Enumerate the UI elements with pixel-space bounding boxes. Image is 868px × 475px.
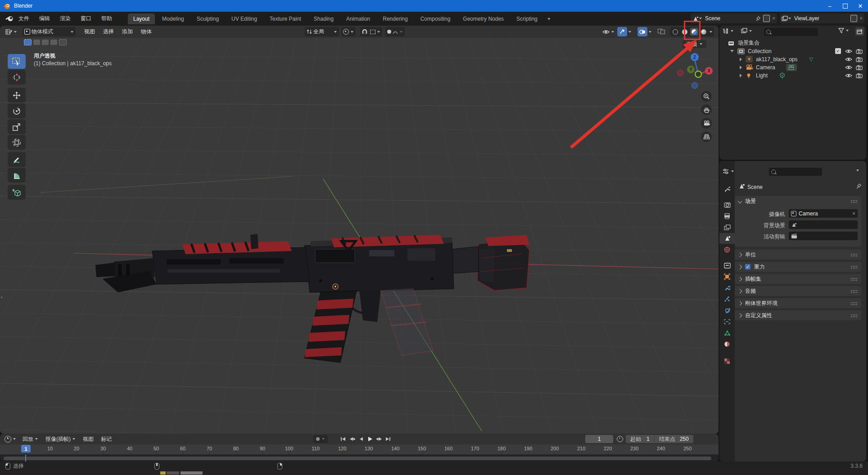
tab-scene[interactable] xyxy=(719,233,735,244)
tab-tool[interactable] xyxy=(719,184,735,194)
viewport-3d[interactable]: 物体模式 视图 选择 添加 物体 全局 xyxy=(0,26,719,434)
gizmo-axis-x[interactable]: X xyxy=(705,67,713,75)
disable-render-camera-icon[interactable] xyxy=(856,57,863,62)
expand-object-icon[interactable] xyxy=(740,58,742,61)
play-button[interactable] xyxy=(366,435,375,443)
proportional-editing-group[interactable] xyxy=(385,27,405,36)
tool-cursor[interactable] xyxy=(8,70,26,85)
gravity-checkbox[interactable]: ✓ xyxy=(745,264,750,269)
pin-icon[interactable] xyxy=(856,183,862,189)
tab-uv-editing[interactable]: UV Editing xyxy=(226,13,262,24)
keying-menu[interactable]: 抠像(插帧) xyxy=(45,435,76,443)
properties-options-dropdown[interactable] xyxy=(856,169,859,172)
timeline-marker-menu[interactable]: 标记 xyxy=(101,435,112,443)
camera-view-button[interactable] xyxy=(701,118,712,129)
start-frame-field[interactable]: 起始1 xyxy=(626,435,655,443)
scene-collection-row[interactable]: 场景集合 xyxy=(719,39,866,47)
pan-hand-button[interactable] xyxy=(701,104,712,115)
tool-rotate[interactable] xyxy=(8,103,26,118)
tab-physics[interactable] xyxy=(719,305,735,316)
panel-keying-sets[interactable]: 插帧集 xyxy=(735,274,861,284)
gizmos-toggle[interactable] xyxy=(617,27,632,36)
snapping-group[interactable] xyxy=(360,27,382,36)
tab-layout[interactable]: Layout xyxy=(128,13,155,24)
object-row-ak117[interactable]: ▼ ak117_black_ops ▽ xyxy=(719,55,866,63)
close-button[interactable]: ✕ xyxy=(853,0,868,12)
new-scene-icon[interactable] xyxy=(763,15,770,22)
properties-search-input[interactable] xyxy=(769,168,822,176)
jump-to-start-button[interactable] xyxy=(339,435,348,443)
expand-object-icon[interactable] xyxy=(740,74,742,77)
menu-object[interactable]: 物体 xyxy=(141,28,152,36)
collection-checkbox[interactable]: ✓ xyxy=(835,48,841,54)
tab-render[interactable] xyxy=(719,199,735,210)
panel-units[interactable]: 单位 xyxy=(735,250,861,260)
panel-drag-dots[interactable] xyxy=(850,200,858,203)
tool-scale[interactable] xyxy=(8,119,26,134)
tab-output[interactable] xyxy=(719,211,735,221)
select-mode-extend-button[interactable] xyxy=(33,40,40,45)
overlays-toggle[interactable] xyxy=(637,27,652,36)
transform-orientation-dropdown[interactable]: 全局 xyxy=(305,27,339,36)
gizmo-axis-y-neg[interactable] xyxy=(695,71,702,78)
tab-texture-paint[interactable]: Texture Paint xyxy=(264,13,307,24)
tab-geometry-nodes[interactable]: Geometry Nodes xyxy=(457,13,509,24)
hide-eye-icon[interactable] xyxy=(845,49,852,54)
next-keyframe-button[interactable] xyxy=(375,435,384,443)
select-mode-intersect-button[interactable] xyxy=(59,39,67,45)
maximize-button[interactable] xyxy=(837,0,853,12)
tool-measure[interactable] xyxy=(8,168,26,183)
editor-type-viewport-icon[interactable] xyxy=(4,27,19,36)
hide-eye-icon[interactable] xyxy=(845,73,852,78)
viewport-options-dropdown[interactable]: 选项 xyxy=(683,40,706,48)
gizmo-axis-z-neg[interactable] xyxy=(692,82,698,89)
auto-keying-toggle[interactable] xyxy=(313,435,328,443)
tab-compositing[interactable]: Compositing xyxy=(415,13,456,24)
menu-select[interactable]: 选择 xyxy=(103,28,114,36)
outliner-filter-dropdown[interactable] xyxy=(838,28,849,33)
unlink-scene-icon[interactable]: × xyxy=(772,15,775,22)
disable-render-camera-icon[interactable] xyxy=(856,49,863,54)
object-row-light[interactable]: Light xyxy=(719,72,866,79)
camera-field[interactable]: Camera × xyxy=(789,209,858,218)
tool-select-box[interactable] xyxy=(8,54,26,69)
tab-modifiers[interactable] xyxy=(719,282,735,293)
expand-collection-icon[interactable] xyxy=(730,50,734,52)
tab-material[interactable] xyxy=(719,339,735,350)
rendered-shading-button[interactable] xyxy=(700,28,708,36)
outliner-editor-type-dropdown[interactable] xyxy=(722,28,734,34)
tab-modeling[interactable]: Modeling xyxy=(157,13,190,24)
tab-animation[interactable]: Animation xyxy=(341,13,375,24)
disable-render-camera-icon[interactable] xyxy=(856,73,863,78)
outliner-display-mode-dropdown[interactable] xyxy=(741,28,752,34)
properties-editor-type-dropdown[interactable] xyxy=(722,168,734,175)
pin-icon[interactable] xyxy=(755,16,761,22)
viewport-canvas[interactable]: 用户透视 (1) Collection | ak117_black_ops 选项 xyxy=(0,38,719,434)
scene-selector[interactable]: Scene × xyxy=(691,13,777,23)
minimize-button[interactable]: – xyxy=(822,0,837,12)
menu-view[interactable]: 视图 xyxy=(84,28,95,36)
tab-collection-properties[interactable] xyxy=(719,260,735,271)
use-preview-range-clock-icon[interactable] xyxy=(617,436,623,442)
timeline-view-menu[interactable]: 视图 xyxy=(83,435,94,443)
new-viewlayer-icon[interactable] xyxy=(850,15,857,22)
tab-texture[interactable] xyxy=(719,356,735,367)
menu-file[interactable]: 文件 xyxy=(18,15,29,22)
toggle-ortho-button[interactable] xyxy=(701,131,712,142)
jump-to-end-button[interactable] xyxy=(384,435,393,443)
panel-audio[interactable]: 音频 xyxy=(735,286,861,296)
tool-annotate[interactable] xyxy=(8,152,26,167)
shading-dropdown-icon[interactable] xyxy=(709,31,713,33)
scrollbar-handle[interactable] xyxy=(4,457,711,460)
menu-window[interactable]: 窗口 xyxy=(81,15,91,22)
object-row-camera[interactable]: Camera xyxy=(719,63,866,71)
viewlayer-selector[interactable]: ViewLayer × xyxy=(780,13,864,23)
tab-object-data[interactable] xyxy=(719,327,735,338)
menu-render[interactable]: 渲染 xyxy=(60,15,71,22)
timeline-editor-type-dropdown[interactable] xyxy=(5,436,16,443)
outliner-search-input[interactable] xyxy=(764,28,818,36)
model-ak117-black-ops[interactable] xyxy=(0,38,719,434)
tool-move[interactable] xyxy=(8,88,26,103)
background-scene-field[interactable] xyxy=(789,220,858,229)
tab-particles[interactable] xyxy=(719,294,735,305)
